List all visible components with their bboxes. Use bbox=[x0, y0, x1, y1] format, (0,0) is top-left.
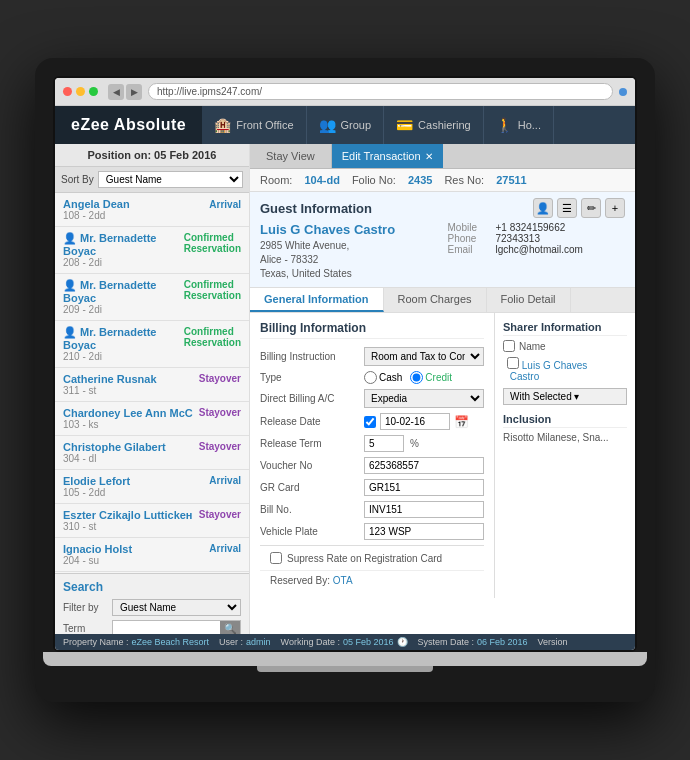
direct-billing-select[interactable]: Expedia bbox=[364, 389, 484, 408]
type-radio-group: Cash Credit bbox=[364, 371, 452, 384]
with-selected-button[interactable]: With Selected ▾ bbox=[503, 388, 627, 405]
release-date-wrap: 📅 bbox=[364, 413, 469, 430]
filter-by-select[interactable]: Guest Name bbox=[112, 599, 241, 616]
calendar-icon[interactable]: 📅 bbox=[454, 415, 469, 429]
user-value: admin bbox=[246, 637, 271, 647]
reserved-by-ota-link[interactable]: OTA bbox=[333, 575, 353, 586]
mobile-value: +1 8324159662 bbox=[496, 222, 566, 233]
nav-housekeeping-label: Ho... bbox=[518, 119, 541, 131]
guest-item-eszter[interactable]: Eszter Czikajlo Luttickен Stayover 310 -… bbox=[55, 504, 249, 538]
search-button[interactable]: 🔍 bbox=[220, 621, 240, 634]
bill-no-input[interactable] bbox=[364, 501, 484, 518]
nav-group-label: Group bbox=[341, 119, 372, 131]
guest-add-icon[interactable]: + bbox=[605, 198, 625, 218]
guest-item-elodie[interactable]: Elodie Lefort Arrival 105 - 2dd bbox=[55, 470, 249, 504]
inclusion-section: Inclusion Risotto Milanese, Sna... bbox=[503, 413, 627, 443]
guest-address-line2: Alice - 78332 bbox=[260, 253, 438, 267]
status-badge: Stayover bbox=[199, 373, 241, 385]
voucher-no-input[interactable] bbox=[364, 457, 484, 474]
property-status: Property Name : eZee Beach Resort bbox=[63, 637, 209, 647]
tab-stay-view[interactable]: Stay View bbox=[250, 144, 332, 168]
billing-instruction-row: Billing Instruction Room and Tax to Comp… bbox=[260, 347, 484, 366]
nav-cashiering[interactable]: 💳 Cashiering bbox=[384, 106, 484, 144]
nav-group[interactable]: 👥 Group bbox=[307, 106, 385, 144]
close-tab-icon[interactable]: ✕ bbox=[425, 151, 433, 162]
guest-list-icon[interactable]: ☰ bbox=[557, 198, 577, 218]
with-selected-label: With Selected bbox=[510, 391, 572, 402]
cash-radio-option[interactable]: Cash bbox=[364, 371, 402, 384]
sort-by-label: Sort By bbox=[61, 174, 94, 185]
sharer-item-checkbox[interactable] bbox=[507, 357, 519, 369]
guest-action-icons: 👤 ☰ ✏ + bbox=[533, 198, 625, 218]
sharer-item-name: Luis G Chaves Castro bbox=[507, 360, 587, 382]
guest-profile-icon[interactable]: 👤 bbox=[533, 198, 553, 218]
working-label: Working Date : bbox=[281, 637, 340, 647]
cash-radio[interactable] bbox=[364, 371, 377, 384]
guest-info-section: Guest Information 👤 ☰ ✏ + Luis G Chaves … bbox=[250, 192, 635, 288]
mobile-label: Mobile bbox=[448, 222, 490, 233]
nav-forward-button[interactable]: ▶ bbox=[126, 84, 142, 100]
left-panel: Position on: 05 Feb 2016 Sort By Guest N… bbox=[55, 144, 250, 634]
sharer-header-checkbox[interactable] bbox=[503, 340, 515, 352]
guest-info-header: Guest Information 👤 ☰ ✏ + bbox=[260, 198, 625, 218]
right-panel: Stay View Edit Transaction ✕ Room: 104-d… bbox=[250, 144, 635, 634]
guest-item-bernadette-1[interactable]: 👤 Mr. Bernadette Boyac ConfirmedReservat… bbox=[55, 227, 249, 274]
status-bar: Property Name : eZee Beach Resort User :… bbox=[55, 634, 635, 650]
nav-front-office[interactable]: 🏨 Front Office bbox=[202, 106, 306, 144]
blue-dot-indicator bbox=[619, 88, 627, 96]
guest-item-chardoney[interactable]: Chardoney Lee Ann McC Stayover 103 - ks bbox=[55, 402, 249, 436]
nav-arrows: ◀ ▶ bbox=[108, 84, 142, 100]
release-date-row: Release Date 📅 bbox=[260, 413, 484, 430]
tab-room-charges[interactable]: Room Charges bbox=[384, 288, 487, 312]
suppress-rate-checkbox[interactable] bbox=[270, 552, 282, 564]
guest-info-title: Guest Information bbox=[260, 201, 372, 216]
room-info-bar: Room: 104-dd Folio No: 2435 Res No: 2751… bbox=[250, 169, 635, 192]
address-bar[interactable]: http://live.ipms247.com/ bbox=[148, 83, 613, 100]
guest-item-catherine[interactable]: Catherine Rusnak Stayover 311 - st bbox=[55, 368, 249, 402]
search-section: Search Filter by Guest Name Term 🔍 bbox=[55, 573, 249, 634]
cashiering-icon: 💳 bbox=[396, 117, 413, 133]
billing-instruction-select[interactable]: Room and Tax to Company, bbox=[364, 347, 484, 366]
credit-radio-option[interactable]: Credit bbox=[410, 371, 452, 384]
minimize-traffic-light[interactable] bbox=[76, 87, 85, 96]
voucher-no-label: Voucher No bbox=[260, 460, 360, 471]
direct-billing-label: Direct Billing A/C bbox=[260, 393, 360, 404]
with-selected-dropdown-icon: ▾ bbox=[574, 391, 579, 402]
guest-name: Catherine Rusnak bbox=[63, 373, 157, 385]
tab-folio-detail[interactable]: Folio Detail bbox=[487, 288, 571, 312]
close-traffic-light[interactable] bbox=[63, 87, 72, 96]
guest-item-angela-dean[interactable]: Angela Dean Arrival 108 - 2dd bbox=[55, 193, 249, 227]
release-date-checkbox[interactable] bbox=[364, 416, 376, 428]
laptop-screen: ◀ ▶ http://live.ipms247.com/ eZee Absolu… bbox=[53, 76, 637, 652]
reserved-by-section: Reserved By: OTA bbox=[260, 570, 484, 590]
term-label: Term bbox=[63, 623, 108, 634]
guest-room-info: 103 - ks bbox=[63, 419, 241, 430]
nav-back-button[interactable]: ◀ bbox=[108, 84, 124, 100]
gr-card-input[interactable] bbox=[364, 479, 484, 496]
status-badge: Stayover bbox=[199, 509, 241, 521]
nav-front-office-label: Front Office bbox=[236, 119, 293, 131]
guest-item-bernadette-3[interactable]: 👤 Mr. Bernadette Boyac ConfirmedReservat… bbox=[55, 321, 249, 368]
release-term-row: Release Term % bbox=[260, 435, 484, 452]
release-term-input[interactable] bbox=[364, 435, 404, 452]
sort-by-select[interactable]: Guest Name bbox=[98, 171, 243, 188]
res-label: Res No: bbox=[444, 174, 484, 186]
guest-item-christophe[interactable]: Christophe Gilabert Stayover 304 - dl bbox=[55, 436, 249, 470]
main-content: Position on: 05 Feb 2016 Sort By Guest N… bbox=[55, 144, 635, 634]
laptop-stand bbox=[257, 666, 432, 672]
search-input[interactable] bbox=[113, 622, 220, 634]
sharer-header: Name bbox=[503, 340, 627, 352]
billing-left: Billing Information Billing Instruction … bbox=[250, 313, 495, 598]
email-value: lgchc@hotmail.com bbox=[496, 244, 583, 255]
guest-edit-icon[interactable]: ✏ bbox=[581, 198, 601, 218]
tab-edit-transaction[interactable]: Edit Transaction ✕ bbox=[332, 144, 443, 168]
credit-radio[interactable] bbox=[410, 371, 423, 384]
release-date-input[interactable] bbox=[380, 413, 450, 430]
tab-general-information[interactable]: General Information bbox=[250, 288, 384, 312]
guest-item-bernadette-2[interactable]: 👤 Mr. Bernadette Boyac ConfirmedReservat… bbox=[55, 274, 249, 321]
nav-housekeeping[interactable]: 🚶 Ho... bbox=[484, 106, 554, 144]
vehicle-plate-input[interactable] bbox=[364, 523, 484, 540]
guest-item-ignacio[interactable]: Ignacio Holst Arrival 204 - su bbox=[55, 538, 249, 572]
room-value: 104-dd bbox=[304, 174, 339, 186]
fullscreen-traffic-light[interactable] bbox=[89, 87, 98, 96]
